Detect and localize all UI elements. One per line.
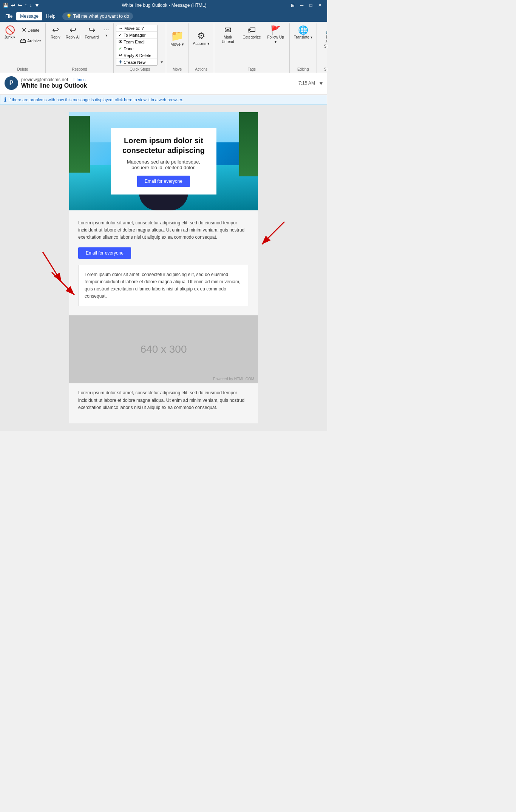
forward-label: Forward	[85, 35, 99, 40]
mark-unread-button[interactable]: ✉ Mark Unread	[216, 25, 239, 45]
categorize-icon: 🏷	[247, 26, 256, 34]
undo-btn[interactable]: ↩	[11, 2, 15, 8]
lightbulb-icon: 💡	[66, 14, 72, 19]
quick-steps-container: → Move to: ? ✓ To Manager ✉ Team Email ✓…	[116, 25, 164, 66]
qs-create-label: Create New	[124, 60, 145, 65]
menu-file[interactable]: File	[2, 12, 16, 20]
title-bar: 💾 ↩ ↪ ↑ ↓ ▼ White line bug Outlook - Mes…	[0, 0, 327, 11]
powered-by-label: Powered by HTML.COM	[213, 377, 254, 381]
qs-team-label: Team Email	[124, 40, 145, 44]
delete-group-label: Delete	[17, 67, 28, 72]
actions-button[interactable]: ⚙ Actions ▾	[191, 25, 212, 51]
categorize-button[interactable]: 🏷 Categorize	[241, 25, 263, 41]
delete-icon: ✕	[22, 26, 26, 34]
read-aloud-icon: 🔊	[325, 26, 327, 34]
placeholder-image: 640 x 300 Powered by HTML.COM	[69, 315, 258, 383]
window-mode-btn[interactable]: ⊞	[289, 1, 297, 9]
qs-create-new[interactable]: ✚ Create New	[116, 59, 157, 65]
reply-button[interactable]: ↩ Reply	[48, 25, 63, 41]
minimize-btn[interactable]: ─	[298, 1, 306, 9]
qs-reply-delete-label: Reply & Delete	[124, 53, 151, 58]
move-group-label: Move	[173, 67, 182, 72]
more-respond-button[interactable]: ⋯ ▾	[101, 25, 111, 39]
svg-line-5	[52, 272, 74, 295]
svg-line-1	[262, 222, 284, 244]
actions-group-label: Actions	[195, 67, 207, 72]
reply-all-label: Reply All	[66, 35, 80, 40]
quick-steps-list: → Move to: ? ✓ To Manager ✉ Team Email ✓…	[116, 25, 158, 66]
restore-btn[interactable]: □	[307, 1, 315, 9]
window-controls: ⊞ ─ □ ✕	[289, 1, 324, 9]
qs-reply-delete[interactable]: ↩ Reply & Delete	[116, 52, 157, 59]
hero-cta-button[interactable]: Email for everyone	[137, 176, 190, 187]
email-client-tag[interactable]: Litmus	[73, 77, 85, 82]
qs-move-to[interactable]: → Move to: ?	[116, 25, 157, 32]
speech-group-label: Speech	[324, 67, 327, 72]
quoted-text: Lorem ipsum dolor sit amet, consectetur …	[85, 271, 243, 300]
up-btn[interactable]: ↑	[25, 2, 27, 8]
qs-manager-icon: ✓	[119, 32, 122, 37]
content-section: Lorem ipsum dolor sit amet, consectetur …	[69, 210, 258, 315]
move-label: Move ▾	[170, 42, 184, 47]
menu-message[interactable]: Message	[16, 12, 42, 20]
email-from-address[interactable]: preview@emailcms.net	[21, 77, 68, 82]
delete-buttons: 🚫 Junk ▾ ✕ Delete 🗃 Archive	[2, 25, 43, 66]
qs-to-manager[interactable]: ✓ To Manager	[116, 32, 157, 39]
archive-button[interactable]: 🗃 Archive	[18, 36, 43, 46]
qs-team-icon: ✉	[119, 39, 122, 44]
junk-button[interactable]: 🚫 Junk ▾	[2, 25, 17, 41]
forward-icon: ↪	[88, 26, 95, 34]
follow-up-icon: 🚩	[270, 26, 281, 34]
translate-button[interactable]: 🌐 Translate ▾	[292, 25, 314, 41]
reply-label: Reply	[51, 35, 60, 40]
read-aloud-button[interactable]: 🔊 Read Aloud Speech	[319, 25, 327, 50]
speech-buttons: 🔊 Read Aloud Speech	[319, 25, 327, 66]
hero-trees-right	[239, 112, 258, 176]
avatar: P	[5, 76, 18, 90]
translate-icon: 🌐	[298, 26, 308, 34]
reply-all-button[interactable]: ↩ Reply All	[64, 25, 82, 41]
red-arrow-left	[35, 248, 73, 286]
redo-btn[interactable]: ↪	[18, 2, 22, 8]
ribbon-group-speech: 🔊 Read Aloud Speech Speech	[317, 23, 327, 73]
tell-me-label: Tell me what you want to do	[73, 14, 129, 19]
body-cta-button[interactable]: Email for everyone	[78, 247, 131, 259]
down-btn[interactable]: ↓	[29, 2, 32, 8]
tell-me-box[interactable]: 💡 Tell me what you want to do	[62, 12, 133, 20]
delete-button[interactable]: ✕ Delete	[20, 25, 42, 35]
quoted-box: Lorem ipsum dolor sit amet, consectetur …	[78, 265, 249, 307]
qs-done-icon: ✓	[119, 46, 122, 51]
menu-help[interactable]: Help	[42, 12, 59, 20]
close-btn[interactable]: ✕	[316, 1, 324, 9]
info-bar[interactable]: ℹ If there are problems with how this me…	[0, 95, 327, 105]
email-time: 7:15 AM	[298, 80, 315, 86]
body-text: Lorem ipsum dolor sit amet, consectetur …	[78, 219, 249, 241]
hero-section: Lorem ipsum dolor sit consectetur adipis…	[69, 112, 258, 210]
body-annotation-container: Lorem ipsum dolor sit amet, consectetur …	[69, 210, 258, 315]
translate-label: Translate ▾	[294, 35, 312, 40]
expand-header-btn[interactable]: ▾	[320, 80, 323, 87]
ribbon-group-actions: ⚙ Actions ▾ Actions	[188, 23, 214, 73]
forward-button[interactable]: ↪ Forward	[83, 25, 101, 41]
move-button[interactable]: 📁 Move ▾	[168, 25, 186, 51]
qs-done[interactable]: ✓ Done	[116, 45, 157, 52]
footer-text: Lorem ipsum dolor sit amet, consectetur …	[78, 389, 249, 411]
more-quick-btn[interactable]: ▼	[34, 2, 40, 8]
quick-steps-expand[interactable]: ▼	[160, 60, 164, 64]
actions-buttons: ⚙ Actions ▾	[191, 25, 212, 66]
avatar-letter: P	[9, 80, 14, 86]
actions-label: Actions ▾	[193, 41, 210, 46]
editing-group-label: Editing	[297, 67, 309, 72]
email-header: P preview@emailcms.net Litmus White line…	[0, 73, 327, 95]
ribbon-group-editing: 🌐 Translate ▾ Editing	[290, 23, 317, 73]
qs-team-email[interactable]: ✉ Team Email	[116, 39, 157, 45]
reply-icon: ↩	[52, 26, 59, 34]
info-icon: ℹ	[4, 97, 6, 103]
red-arrow-quoted	[44, 269, 82, 299]
follow-up-button[interactable]: 🚩 Follow Up ▾	[264, 25, 287, 45]
hero-title: Lorem ipsum dolor sit consectetur adipis…	[122, 136, 205, 155]
ribbon-group-delete: 🚫 Junk ▾ ✕ Delete 🗃 Archive Delete	[0, 23, 46, 73]
title-bar-left: 💾 ↩ ↪ ↑ ↓ ▼	[3, 2, 40, 8]
mark-unread-label: Mark Unread	[218, 35, 237, 44]
ribbon-group-move: 📁 Move ▾ Move	[166, 23, 188, 73]
